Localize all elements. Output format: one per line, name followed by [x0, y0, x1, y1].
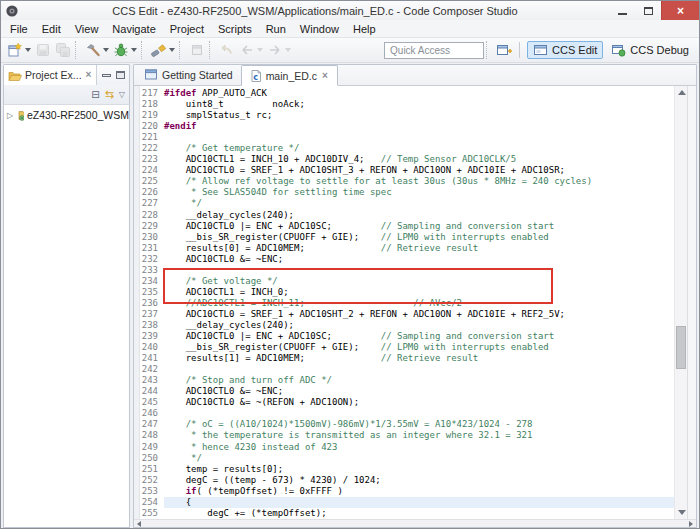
save-all-button[interactable]: [53, 40, 73, 60]
new-wizard-button[interactable]: [5, 40, 33, 60]
scroll-down-arrow-icon[interactable]: [678, 510, 686, 515]
editor-area: Getting Started c main_ED.c × 217#ifdef …: [133, 64, 697, 528]
back-arrow-icon: [239, 42, 255, 58]
menu-window[interactable]: Window: [293, 21, 346, 37]
tree-item-project[interactable]: ▷ eZ430-RF2500_WSM: [4, 109, 129, 121]
menu-view[interactable]: View: [68, 21, 106, 37]
forward-button[interactable]: [265, 40, 293, 60]
console-button[interactable]: [187, 40, 207, 60]
code-line: 242: [140, 364, 674, 375]
line-number: 222: [140, 143, 164, 154]
code-line: 221: [140, 132, 674, 143]
scroll-right-arrow-icon[interactable]: [689, 521, 693, 527]
code-line: 227 */: [140, 198, 674, 209]
main-toolbar: CCS Edit CCS Debug: [1, 38, 699, 63]
open-folder-icon: [8, 69, 22, 82]
toolbar-separator: [75, 41, 80, 59]
ccs-window: CCS Edit - eZ430-RF2500_WSM/Applications…: [0, 0, 700, 529]
code-line: 217#ifdef APP_AUTO_ACK: [140, 88, 674, 99]
svg-text:c: c: [253, 73, 258, 82]
project-explorer-view: Project Ex... × ⊟ ⇆ ▽ ▷: [3, 64, 130, 528]
expander-icon[interactable]: ▷: [7, 111, 15, 120]
debug-button[interactable]: [111, 40, 139, 60]
close-icon[interactable]: ×: [321, 71, 329, 81]
code-line: 236 //ADC10CTL1 = INCH_11; // AVcc/2: [140, 298, 674, 309]
project-folder-icon: [18, 109, 24, 121]
editor-tab-label: Getting Started: [162, 69, 233, 81]
line-number: 226: [140, 187, 164, 198]
minimize-view-icon[interactable]: [102, 74, 111, 77]
code-line: 245 ADC10CTL0 &= ~(REFON + ADC10ON);: [140, 397, 674, 408]
code-line: 238 __delay_cycles(240);: [140, 320, 674, 331]
line-number: 245: [140, 397, 164, 408]
code-line: 229 ADC10CTL0 |= ENC + ADC10SC; // Sampl…: [140, 221, 674, 232]
code-line: 243 /* Stop and turn off ADC */: [140, 375, 674, 386]
menu-edit[interactable]: Edit: [35, 21, 68, 37]
menu-file[interactable]: File: [3, 21, 35, 37]
ccs-edit-icon: [533, 43, 548, 57]
save-all-icon: [55, 42, 71, 58]
back-button[interactable]: [237, 40, 265, 60]
menu-scripts[interactable]: Scripts: [211, 21, 259, 37]
line-number: 251: [140, 464, 164, 475]
line-number: 219: [140, 110, 164, 121]
perspective-ccs-edit[interactable]: CCS Edit: [527, 41, 603, 59]
maximize-view-icon[interactable]: [116, 71, 125, 79]
line-number: 230: [140, 232, 164, 243]
line-number: 253: [140, 486, 164, 497]
project-explorer-tab-label: Project Ex...: [25, 69, 82, 81]
line-number: 246: [140, 408, 164, 419]
view-menu-icon[interactable]: ▽: [119, 91, 125, 99]
horizontal-scrollbar[interactable]: [134, 519, 696, 527]
code-line: 239 ADC10CTL0 |= ENC + ADC10SC; // Sampl…: [140, 331, 674, 342]
menu-project[interactable]: Project: [163, 21, 211, 37]
perspective-ccs-debug[interactable]: CCS Debug: [605, 41, 695, 59]
line-number: 241: [140, 353, 164, 364]
code-line: 247 /* oC = ((A10/1024)*1500mV)-986mV)*1…: [140, 419, 674, 430]
line-number: 234: [140, 276, 164, 287]
save-button[interactable]: [33, 40, 53, 60]
code-line: 246: [140, 408, 674, 419]
build-button[interactable]: [83, 40, 111, 60]
scroll-up-arrow-icon[interactable]: [678, 90, 686, 95]
c-file-icon: c: [250, 69, 262, 83]
code-line: 251 temp = results[0];: [140, 464, 674, 475]
tab-main-ed-c[interactable]: c main_ED.c ×: [241, 65, 338, 86]
link-with-editor-icon[interactable]: ⇆: [105, 89, 114, 100]
tab-project-explorer[interactable]: Project Ex... ×: [4, 65, 97, 85]
ccs-debug-icon: [611, 43, 626, 57]
code-line: 250 */: [140, 453, 674, 464]
tab-getting-started[interactable]: Getting Started: [136, 64, 241, 85]
quick-access-input[interactable]: [384, 42, 484, 59]
line-number: 236: [140, 298, 164, 309]
code-line: 240 __bis_SR_register(CPUOFF + GIE); // …: [140, 342, 674, 353]
line-number: 235: [140, 287, 164, 298]
minimize-button[interactable]: [609, 1, 635, 20]
code-editor[interactable]: 217#ifdef APP_AUTO_ACK218 uint8_t noAck;…: [140, 86, 674, 527]
collapse-all-icon[interactable]: ⊟: [91, 90, 99, 100]
menu-help[interactable]: Help: [346, 21, 383, 37]
search-button[interactable]: [149, 40, 177, 60]
menu-navigate[interactable]: Navigate: [105, 21, 162, 37]
line-number: 252: [140, 475, 164, 486]
scroll-left-arrow-icon[interactable]: [137, 521, 141, 527]
menu-run[interactable]: Run: [259, 21, 293, 37]
open-perspective-button[interactable]: [494, 40, 514, 60]
line-number: 242: [140, 364, 164, 375]
vertical-scrollbar[interactable]: [674, 86, 687, 527]
line-number: 227: [140, 198, 164, 209]
overview-ruler[interactable]: [687, 86, 696, 527]
code-line: 232 ADC10CTL0 &= ~ENC;: [140, 254, 674, 265]
scrollbar-thumb[interactable]: [676, 326, 686, 369]
last-edit-location-button[interactable]: [217, 40, 237, 60]
open-perspective-icon: [496, 42, 512, 58]
close-icon[interactable]: ×: [85, 70, 93, 80]
line-number: 218: [140, 99, 164, 110]
close-button[interactable]: ×: [661, 1, 699, 20]
code-line: 241 results[1] = ADC10MEM; // Retrieve r…: [140, 353, 674, 364]
project-tree: ▷ eZ430-RF2500_WSM: [3, 104, 130, 528]
line-number: 224: [140, 165, 164, 176]
getting-started-icon: [144, 68, 158, 81]
maximize-button[interactable]: [635, 1, 661, 20]
workbench-area: Project Ex... × ⊟ ⇆ ▽ ▷: [1, 63, 699, 528]
